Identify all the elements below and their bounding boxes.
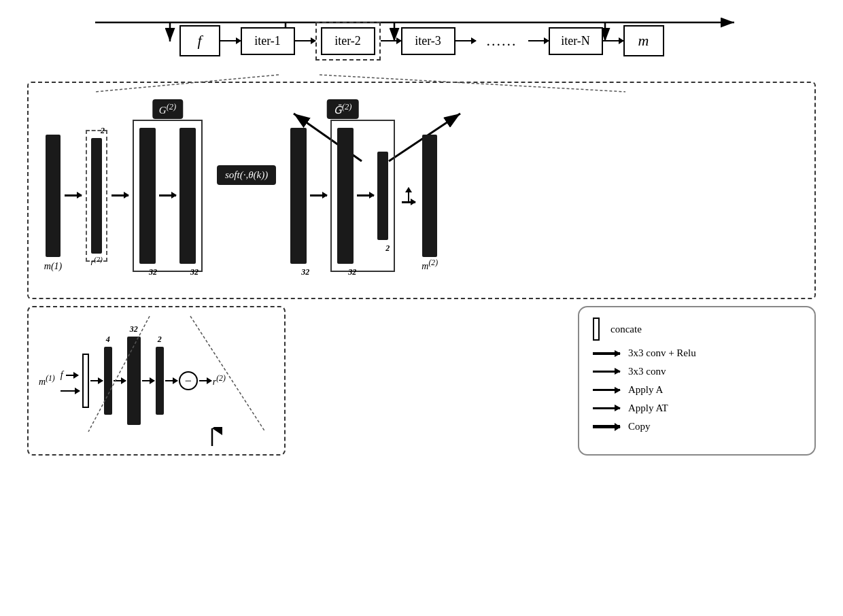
iter1-box: iter-1 — [241, 27, 295, 55]
arrowhead-up — [405, 187, 412, 192]
zoom-bar32 — [127, 337, 141, 425]
legend-apply-at: Apply AT — [593, 403, 801, 414]
m1-bar-wrapper: m(1) — [46, 135, 61, 257]
G2bar-num2: 2 — [385, 243, 390, 254]
zoom-m1-label: m(1) — [39, 374, 55, 388]
G2-bar1 — [139, 128, 156, 264]
G2-bar2-wrapper: 32 — [179, 128, 196, 264]
zoom-m1-row — [61, 390, 80, 392]
iterN-box: iter-N — [549, 27, 603, 55]
zoom-arrow3 — [142, 380, 154, 382]
G2-label: G(2) — [152, 99, 183, 119]
legend-conv-relu: 3x3 conv + Relu — [593, 347, 801, 359]
soft-label: soft(·,θ(k)) — [217, 165, 276, 185]
legend-conv: 3x3 conv — [593, 366, 801, 377]
apply-at-label: Apply AT — [628, 403, 668, 414]
arrow-m1-to-r2 — [65, 194, 82, 196]
G2bar-bar2-wrapper: 2 — [377, 152, 388, 240]
iter2-box: iter-2 — [321, 27, 375, 55]
page-wrapper: f iter-1 iter-2 iter-3 — [14, 10, 829, 469]
G2bar-bar1 — [337, 128, 354, 264]
G2bar-group: Ḡ(2) 32 32 — [290, 120, 395, 272]
zoom-arrow1 — [90, 380, 103, 382]
top-chain: f iter-1 iter-2 iter-3 — [14, 10, 829, 71]
m2-label: m(2) — [422, 258, 438, 272]
zoom-r2-label: r(2) — [213, 374, 226, 388]
bottom-section: m(1) f — [27, 306, 816, 469]
G2-num1: 32 — [149, 267, 157, 277]
iter2-dashed-wrapper: iter-2 — [315, 22, 381, 61]
arrow-up-segment — [408, 188, 410, 201]
zoom-bar4-wrapper: 4 — [104, 347, 112, 415]
arrow-iter3-to-dots — [455, 40, 476, 42]
arrow-iter2-to-iter3 — [381, 40, 401, 42]
detail-chain: m(1) r(2) 2 G(2) — [39, 97, 804, 288]
pre-G2bar-num: 32 — [301, 267, 309, 277]
arrow-G2-inner — [159, 194, 176, 196]
arrow-iter1-to-iter2 — [295, 40, 315, 42]
zoom-arrow5 — [199, 380, 211, 382]
spacer — [299, 306, 564, 469]
G2-group: G(2) 32 32 — [133, 120, 203, 272]
zoom-minus-circle: − — [179, 371, 198, 390]
zoom-bar2 — [156, 347, 164, 415]
G2bar-num1: 32 — [348, 267, 356, 277]
zoom-arrow2 — [114, 380, 126, 382]
r2-label: r(2) — [90, 255, 103, 268]
arrow-dots-to-iterN — [528, 40, 549, 42]
zoom-bar32-wrapper: 32 — [127, 337, 141, 425]
m2-bar — [422, 135, 437, 257]
G2-inner-box: 32 32 — [133, 120, 203, 272]
zoom-num2: 2 — [158, 335, 162, 345]
arrow-pre-G2bar — [310, 194, 327, 196]
m1-bar — [46, 135, 61, 257]
G2bar-label: Ḡ(2) — [327, 99, 359, 119]
zoom-num32: 32 — [130, 324, 138, 335]
pre-G2bar-wrapper: 32 — [290, 128, 307, 264]
zoom-f-arrow — [66, 375, 78, 377]
G2-num2: 32 — [190, 267, 199, 277]
f-box: f — [179, 25, 220, 56]
G2-bar1-wrapper: 32 — [139, 128, 156, 264]
zoom-arrow4 — [165, 380, 177, 382]
zoom-input-arrows: f — [61, 370, 80, 392]
m1-label: m(1) — [44, 261, 62, 272]
dots-box: ...... — [476, 27, 528, 55]
r2-num: 2 — [101, 126, 105, 136]
G2-bar2 — [179, 128, 196, 264]
r2-bar-wrapper: r(2) 2 — [91, 138, 102, 254]
legend-box: concate 3x3 conv + Relu 3x3 conv — [578, 306, 816, 456]
r2-dashed-box: r(2) 2 — [86, 130, 107, 262]
legend-apply-a: Apply A — [593, 384, 801, 396]
zoom-box: m(1) f — [27, 306, 286, 456]
r2-bar — [91, 138, 102, 254]
arrow-iterN-to-m — [603, 40, 623, 42]
legend-copy: Copy — [593, 421, 801, 432]
legend-concate: concate — [593, 318, 801, 341]
pre-G2bar — [290, 128, 307, 264]
concate-icon — [593, 318, 600, 341]
G2bar-inner-box: 32 2 — [330, 120, 395, 272]
zoom-num4: 4 — [106, 335, 110, 345]
G2bar-bar2 — [377, 152, 388, 240]
arrow-to-m2 — [402, 201, 415, 203]
zoom-m1-arrow — [61, 390, 80, 392]
zoom-inner: m(1) f — [39, 318, 274, 444]
arrow-G2bar-inner — [357, 194, 374, 196]
detail-section: m(1) r(2) 2 G(2) — [27, 82, 816, 299]
iter3-box: iter-3 — [401, 27, 455, 55]
zoom-bar2-wrapper: 2 — [156, 347, 164, 415]
m2-bar-wrapper: m(2) — [422, 135, 437, 257]
arrow-f-to-iter1 — [220, 40, 241, 42]
m-box: m — [623, 25, 664, 56]
zoom-f-row: f — [61, 370, 80, 381]
zoom-concate-bar — [82, 354, 89, 408]
arrow-up-right-wrapper — [402, 188, 415, 203]
zoom-bar4 — [104, 347, 112, 415]
zoom-f-label: f — [61, 370, 63, 381]
soft-label-wrapper: soft(·,θ(k)) — [217, 165, 276, 185]
arrow-r2-to-G2 — [111, 194, 128, 196]
G2bar-bar1-wrapper: 32 — [337, 128, 354, 264]
